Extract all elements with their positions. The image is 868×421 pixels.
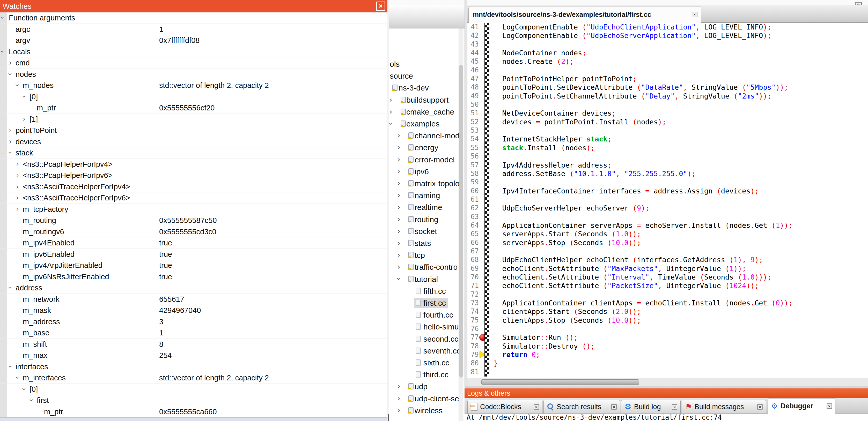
chevron-right-icon[interactable]: › (397, 190, 400, 201)
watch-value[interactable]: 0x55555556cf20 (159, 102, 215, 113)
code-line-42[interactable]: 42 LogComponentEnable ("UdpEchoServerApp… (467, 31, 868, 40)
logs-tab-search-results[interactable]: Search results× (544, 400, 620, 414)
watch-row[interactable]: ›<ns3::PcapHelperForIpv4> (0, 159, 388, 170)
tree-item-seventh-cc[interactable]: seventh.cc (389, 345, 459, 357)
code-line-60[interactable]: 60 Ipv4InterfaceContainer interfaces = a… (467, 187, 868, 195)
close-icon[interactable]: × (611, 404, 617, 410)
chevron-down-icon[interactable]: › (12, 376, 23, 379)
chevron-down-icon[interactable]: › (5, 151, 16, 154)
watch-row[interactable]: m_address3 (0, 316, 388, 328)
code-line-58[interactable]: 58 address.SetBase ("10.1.1.0", "255.255… (467, 169, 868, 178)
chevron-down-icon[interactable]: › (389, 122, 397, 125)
tree-item-tcp[interactable]: ›tcp (389, 249, 459, 261)
code-line-78[interactable]: 78 Simulator::Destroy (); (467, 342, 868, 350)
code-line-68[interactable]: 68 UdpEchoClientHelper echoClient (inter… (467, 256, 868, 264)
tree-item-ns-3-dev[interactable]: ns-3-dev (389, 82, 459, 94)
watch-row[interactable]: ›nodes (0, 69, 388, 80)
chevron-right-icon[interactable]: › (397, 130, 400, 141)
tree-item-channel-mod[interactable]: ›channel-mod (389, 130, 459, 142)
watch-row[interactable]: ›m_tcpFactory (0, 204, 388, 215)
tree-item-udp-client-ser[interactable]: ›udp-client-ser (389, 393, 459, 405)
watch-row[interactable]: m_ipv4Enabledtrue (0, 237, 388, 249)
watch-row[interactable]: argc1 (0, 24, 388, 35)
watch-value[interactable]: true (159, 271, 172, 282)
code-line-57[interactable]: 57 Ipv4AddressHelper address; (467, 161, 868, 169)
chevron-right-icon[interactable]: › (16, 159, 19, 169)
chevron-down-icon[interactable]: › (5, 72, 16, 75)
code-line-47[interactable]: 47 PointToPointHelper pointToPoint; (467, 74, 868, 83)
watch-value[interactable]: 3 (159, 316, 163, 327)
chevron-right-icon[interactable]: › (397, 177, 400, 189)
close-icon[interactable]: × (672, 404, 677, 410)
logs-tab-code-blocks[interactable]: Code::Blocks× (467, 400, 542, 414)
code-line-41[interactable]: 41 LogComponentEnable ("UdpEchoClientApp… (467, 23, 868, 31)
logs-tab-build-log[interactable]: ⚙Build log× (621, 400, 681, 414)
code-line-80[interactable]: 80} (467, 359, 868, 367)
code-line-44[interactable]: 44 NodeContainer nodes; (467, 48, 868, 57)
tree-item-tutorial[interactable]: ›tutorial (389, 273, 459, 285)
watch-row[interactable]: ›stack (0, 148, 388, 159)
tree-item-matrix-topolo[interactable]: ›matrix-topolo (389, 177, 459, 190)
tree-item-third-cc[interactable]: third.cc (389, 369, 459, 381)
watch-row[interactable]: ›interfaces (0, 361, 388, 373)
chevron-right-icon[interactable]: › (397, 381, 400, 392)
watch-value[interactable]: 0x5555555ca660 (159, 406, 217, 417)
chevron-right-icon[interactable]: › (397, 249, 400, 261)
watch-row[interactable]: ›<ns3::PcapHelperForIpv6> (0, 170, 388, 181)
code-line-76[interactable]: 76 (467, 325, 868, 333)
code-line-70[interactable]: 70 echoClient.SetAttribute ("Interval", … (467, 273, 868, 281)
watch-row[interactable]: m_mask4294967040 (0, 305, 388, 316)
code-line-45[interactable]: 45 nodes.Create (2); (467, 57, 868, 66)
watch-value[interactable]: 0x555555587c50 (159, 215, 217, 226)
watch-row[interactable]: ›cmd (0, 57, 388, 69)
watch-value[interactable]: 0x7fffffffdf08 (159, 35, 199, 46)
tree-item-routing[interactable]: ›routing (389, 214, 459, 226)
code-line-50[interactable]: 50 (467, 100, 868, 109)
chevron-right-icon[interactable]: › (389, 106, 392, 118)
chevron-down-icon[interactable]: › (393, 278, 404, 281)
logs-tab-build-messages[interactable]: ⚑Build messages× (682, 400, 766, 414)
watch-row[interactable]: ›[0] (0, 384, 388, 395)
chevron-down-icon[interactable]: › (19, 95, 30, 98)
chevron-right-icon[interactable]: › (397, 261, 400, 272)
watch-row[interactable]: ›[0] (0, 91, 388, 103)
close-icon[interactable]: × (376, 2, 385, 11)
watch-value[interactable]: 0x5555555cd3c0 (159, 226, 216, 237)
code-line-66[interactable]: 66 serverApps.Stop (Seconds (10.0)); (467, 238, 868, 247)
watch-row[interactable]: ›Function arguments (0, 12, 388, 24)
code-line-75[interactable]: 75 clientApps.Stop (Seconds (10.0)); (467, 316, 868, 325)
watch-row[interactable]: ›first (0, 395, 388, 406)
watch-row[interactable]: m_base1 (0, 327, 388, 339)
editor-scrollbar-thumb[interactable] (482, 379, 639, 385)
close-icon[interactable]: × (757, 404, 763, 410)
watch-row[interactable]: m_routingv60x5555555cd3c0 (0, 226, 388, 238)
code-line-53[interactable]: 53 (467, 126, 868, 135)
tree-item-second-cc[interactable]: second.cc (389, 333, 459, 345)
watch-value[interactable]: 254 (159, 350, 172, 361)
code-line-69[interactable]: 69 echoClient.SetAttribute ("MaxPackets"… (467, 264, 868, 273)
watches-horizontal-scrollbar[interactable] (0, 417, 388, 421)
chevron-right-icon[interactable]: › (9, 136, 12, 147)
watch-row[interactable]: ›pointToPoint (0, 125, 388, 136)
tree-item-cmake-cache[interactable]: ›cmake_cache (389, 106, 459, 118)
chevron-right-icon[interactable]: › (397, 226, 400, 237)
tree-item-socket[interactable]: ›socket (389, 226, 459, 237)
watch-value[interactable]: 8 (159, 339, 163, 350)
watches-title-bar[interactable]: Watches (0, 0, 388, 12)
chevron-down-icon[interactable]: › (26, 399, 37, 401)
code-line-67[interactable]: 67 (467, 247, 868, 256)
watch-row[interactable]: m_shift8 (0, 339, 388, 350)
code-line-79[interactable]: 79 return 0; (467, 350, 868, 359)
watch-row[interactable]: ›[1] (0, 114, 388, 125)
chevron-down-icon[interactable]: › (0, 50, 8, 53)
watch-row[interactable]: ›devices (0, 136, 388, 148)
tree-item-stats[interactable]: ›stats (389, 237, 459, 249)
tree-vertical-scrollbar[interactable] (459, 28, 463, 421)
chevron-right-icon[interactable]: › (397, 405, 400, 416)
tree-item-ipv6[interactable]: ›ipv6 (389, 166, 459, 177)
chevron-down-icon[interactable]: › (5, 365, 16, 368)
tree-item-wireless[interactable]: ›wireless (389, 405, 459, 417)
logs-panel-header[interactable]: Logs & others (465, 388, 868, 398)
code-line-64[interactable]: 64 ApplicationContainer serverApps = ech… (467, 221, 868, 230)
tree-item-first-cc[interactable]: first.cc (389, 297, 459, 309)
